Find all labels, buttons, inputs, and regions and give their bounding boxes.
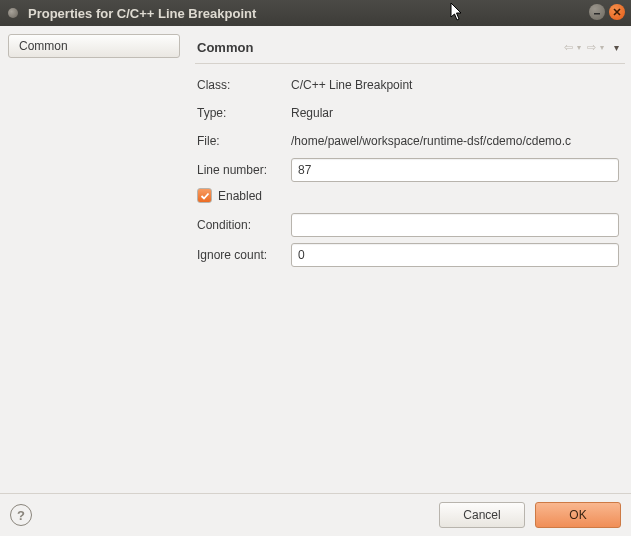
menu-dropdown-icon[interactable]: ▾ bbox=[614, 42, 619, 53]
condition-input[interactable] bbox=[291, 213, 619, 237]
row-line-number: Line number: bbox=[197, 158, 619, 182]
dialog-window: Properties for C/C++ Line Breakpoint Com… bbox=[0, 0, 631, 536]
label-file: File: bbox=[197, 134, 291, 148]
row-condition: Condition: bbox=[197, 213, 619, 237]
minimize-button[interactable] bbox=[589, 4, 605, 20]
forward-icon[interactable]: ⇨ bbox=[587, 41, 596, 54]
dialog-body: Common Common ⇦ ▾ ⇨ ▾ ▾ Class: C/C++ Lin… bbox=[0, 26, 631, 493]
titlebar[interactable]: Properties for C/C++ Line Breakpoint bbox=[0, 0, 631, 26]
category-sidebar: Common bbox=[6, 32, 186, 493]
cancel-button[interactable]: Cancel bbox=[439, 502, 525, 528]
row-ignore-count: Ignore count: bbox=[197, 243, 619, 267]
content-pane: Common ⇦ ▾ ⇨ ▾ ▾ Class: C/C++ Line Break… bbox=[186, 32, 625, 493]
cancel-button-label: Cancel bbox=[463, 508, 500, 522]
label-line-number: Line number: bbox=[197, 163, 291, 177]
ignore-count-input[interactable] bbox=[291, 243, 619, 267]
window-menu-icon[interactable] bbox=[8, 8, 18, 18]
label-type: Type: bbox=[197, 106, 291, 120]
ok-button-label: OK bbox=[569, 508, 586, 522]
forward-history-icon[interactable]: ▾ bbox=[600, 43, 604, 52]
window-title: Properties for C/C++ Line Breakpoint bbox=[28, 6, 256, 21]
label-class: Class: bbox=[197, 78, 291, 92]
enabled-checkbox[interactable] bbox=[197, 188, 212, 203]
nav-arrows: ⇦ ▾ ⇨ ▾ ▾ bbox=[564, 41, 619, 54]
row-file: File: /home/pawel/workspace/runtime-dsf/… bbox=[197, 130, 619, 152]
row-class: Class: C/C++ Line Breakpoint bbox=[197, 74, 619, 96]
value-class: C/C++ Line Breakpoint bbox=[291, 78, 619, 92]
back-icon[interactable]: ⇦ bbox=[564, 41, 573, 54]
ok-button[interactable]: OK bbox=[535, 502, 621, 528]
help-icon[interactable]: ? bbox=[10, 504, 32, 526]
back-history-icon[interactable]: ▾ bbox=[577, 43, 581, 52]
form-area: Class: C/C++ Line Breakpoint Type: Regul… bbox=[195, 64, 625, 273]
sidebar-item-common[interactable]: Common bbox=[8, 34, 180, 58]
row-enabled: Enabled bbox=[197, 188, 619, 203]
page-title: Common bbox=[197, 40, 253, 55]
content-header: Common ⇦ ▾ ⇨ ▾ ▾ bbox=[195, 36, 625, 64]
svg-rect-0 bbox=[594, 13, 600, 15]
label-condition: Condition: bbox=[197, 218, 291, 232]
row-type: Type: Regular bbox=[197, 102, 619, 124]
label-enabled: Enabled bbox=[218, 189, 262, 203]
value-file: /home/pawel/workspace/runtime-dsf/cdemo/… bbox=[291, 134, 619, 148]
value-type: Regular bbox=[291, 106, 619, 120]
dialog-footer: ? Cancel OK bbox=[0, 493, 631, 536]
line-number-input[interactable] bbox=[291, 158, 619, 182]
sidebar-item-label: Common bbox=[19, 39, 68, 53]
mouse-cursor-icon bbox=[450, 3, 464, 25]
close-button[interactable] bbox=[609, 4, 625, 20]
label-ignore-count: Ignore count: bbox=[197, 248, 291, 262]
window-controls bbox=[589, 4, 625, 20]
footer-buttons: Cancel OK bbox=[439, 502, 621, 528]
